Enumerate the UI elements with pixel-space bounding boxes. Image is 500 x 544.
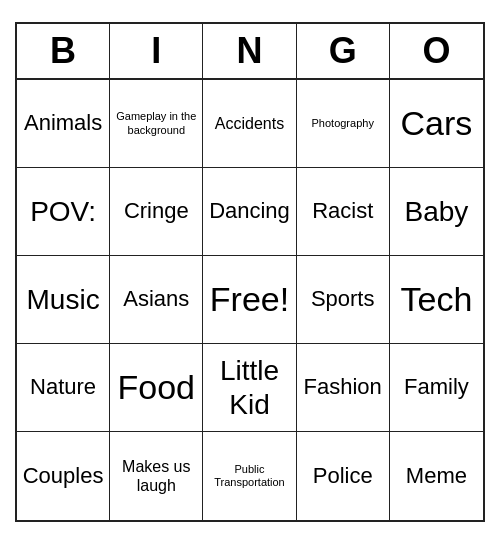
cell-label: Racist xyxy=(312,198,373,224)
cell-r2-c2: Free! xyxy=(203,256,296,344)
cell-label: POV: xyxy=(30,195,96,229)
cell-label: Family xyxy=(404,374,469,400)
cell-label: Asians xyxy=(123,286,189,312)
cell-label: Sports xyxy=(311,286,375,312)
bingo-card: BINGO AnimalsGameplay in the backgroundA… xyxy=(15,22,485,522)
cell-r0-c4: Cars xyxy=(390,80,483,168)
cell-label: Dancing xyxy=(209,198,290,224)
cell-label: Accidents xyxy=(215,114,284,133)
cell-label: Fashion xyxy=(304,374,382,400)
cell-r3-c4: Family xyxy=(390,344,483,432)
cell-label: Public Transportation xyxy=(207,463,291,489)
header-letter: N xyxy=(203,24,296,78)
cell-r0-c1: Gameplay in the background xyxy=(110,80,203,168)
cell-r1-c1: Cringe xyxy=(110,168,203,256)
header-letter: O xyxy=(390,24,483,78)
cell-r1-c3: Racist xyxy=(297,168,390,256)
cell-label: Music xyxy=(27,283,100,317)
header-letter: I xyxy=(110,24,203,78)
cell-r4-c1: Makes us laugh xyxy=(110,432,203,520)
cell-r2-c1: Asians xyxy=(110,256,203,344)
cell-r2-c3: Sports xyxy=(297,256,390,344)
cell-label: Police xyxy=(313,463,373,489)
cell-r0-c2: Accidents xyxy=(203,80,296,168)
cell-label: Photography xyxy=(312,117,374,130)
cell-r4-c0: Couples xyxy=(17,432,110,520)
cell-label: Couples xyxy=(23,463,104,489)
cell-r0-c0: Animals xyxy=(17,80,110,168)
cell-label: Baby xyxy=(404,195,468,229)
cell-r1-c2: Dancing xyxy=(203,168,296,256)
header-letter: B xyxy=(17,24,110,78)
cell-label: Meme xyxy=(406,463,467,489)
cell-r2-c4: Tech xyxy=(390,256,483,344)
bingo-header: BINGO xyxy=(17,24,483,80)
cell-r4-c4: Meme xyxy=(390,432,483,520)
cell-r1-c4: Baby xyxy=(390,168,483,256)
cell-label: Nature xyxy=(30,374,96,400)
cell-label: Tech xyxy=(400,279,472,320)
cell-label: Free! xyxy=(210,279,289,320)
cell-r3-c3: Fashion xyxy=(297,344,390,432)
cell-label: Makes us laugh xyxy=(114,457,198,495)
cell-label: Cringe xyxy=(124,198,189,224)
cell-label: Cars xyxy=(400,103,472,144)
bingo-grid: AnimalsGameplay in the backgroundAcciden… xyxy=(17,80,483,520)
cell-r3-c2: Little Kid xyxy=(203,344,296,432)
cell-r3-c1: Food xyxy=(110,344,203,432)
cell-r4-c3: Police xyxy=(297,432,390,520)
cell-label: Little Kid xyxy=(207,354,291,421)
cell-r0-c3: Photography xyxy=(297,80,390,168)
cell-label: Gameplay in the background xyxy=(114,110,198,136)
cell-label: Food xyxy=(118,367,196,408)
cell-r3-c0: Nature xyxy=(17,344,110,432)
cell-r4-c2: Public Transportation xyxy=(203,432,296,520)
cell-r1-c0: POV: xyxy=(17,168,110,256)
header-letter: G xyxy=(297,24,390,78)
cell-label: Animals xyxy=(24,110,102,136)
cell-r2-c0: Music xyxy=(17,256,110,344)
